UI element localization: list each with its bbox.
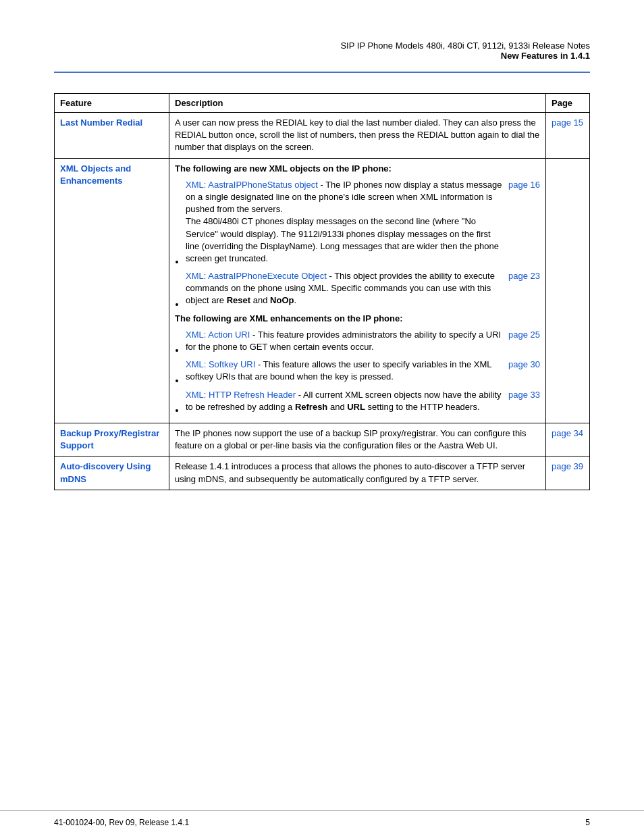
description-cell-xml: The following are new XML objects on the… [169, 158, 546, 423]
bullet-content: XML: Action URI - This feature provides … [186, 329, 503, 353]
feature-cell-auto-discovery: Auto-discovery Using mDNS [55, 457, 169, 490]
footer: 41-001024-00, Rev 09, Release 1.4.1 5 [0, 810, 644, 834]
xml-enhancements-list: XML: Action URI - This feature provides … [186, 329, 540, 413]
url-bold: URL [347, 402, 365, 412]
http-refresh-page-link[interactable]: page 33 [508, 390, 540, 400]
softkey-uri-link[interactable]: XML: Softkey URI [186, 359, 255, 369]
col-header-page: Page [546, 94, 590, 113]
bullet-content: XML: AastraIPPhoneExecute Object - This … [186, 270, 503, 307]
bullet-row: XML: AastraIPPhoneStatus object - The IP… [186, 179, 540, 265]
header: SIP IP Phone Models 480i, 480i CT, 9112i… [0, 0, 644, 68]
table-row: XML Objects and Enhancements The followi… [55, 158, 590, 423]
header-rule [54, 72, 590, 73]
http-refresh-body-mid: and [327, 402, 347, 412]
page-cell-xml [546, 158, 590, 423]
last-number-redial-page-link[interactable]: page 15 [552, 118, 583, 128]
xml-enhancements-heading: The following are XML enhancements on th… [175, 313, 540, 325]
feature-cell-xml: XML Objects and Enhancements [55, 158, 169, 423]
table-row: Auto-discovery Using mDNS Release 1.4.1 … [55, 457, 590, 490]
bullet-content: XML: HTTP Refresh Header - All current X… [186, 389, 503, 413]
execute-body-mid: and [250, 295, 270, 305]
bullet-page: page 16 [503, 179, 540, 265]
bullet-page: page 30 [503, 359, 540, 383]
list-item: XML: AastraIPPhoneStatus object - The IP… [186, 179, 540, 265]
bullet-content: XML: AastraIPPhoneStatus object - The IP… [186, 179, 503, 265]
aastra-ip-phone-status-link[interactable]: XML: AastraIPPhoneStatus object [186, 180, 318, 190]
description-cell-auto-discovery: Release 1.4.1 introduces a process that … [169, 457, 546, 490]
header-subtitle: New Features in 1.4.1 [54, 51, 590, 61]
http-refresh-body-end: setting to the HTTP headers. [365, 402, 480, 412]
last-number-redial-desc: A user can now press the REDIAL key to d… [175, 118, 539, 152]
description-cell-last-number-redial: A user can now press the REDIAL key to d… [169, 113, 546, 159]
table-row: Last Number Redial A user can now press … [55, 113, 590, 159]
auto-discovery-desc: Release 1.4.1 introduces a process that … [175, 461, 525, 484]
aastra-ip-phone-execute-link[interactable]: XML: AastraIPPhoneExecute Object [186, 271, 327, 281]
backup-proxy-link[interactable]: Backup Proxy/Registrar Support [60, 428, 159, 450]
softkey-uri-page-link[interactable]: page 30 [508, 359, 540, 369]
last-number-redial-link[interactable]: Last Number Redial [60, 118, 142, 128]
header-title: SIP IP Phone Models 480i, 480i CT, 9112i… [54, 41, 590, 51]
page-cell-backup-proxy: page 34 [546, 423, 590, 456]
list-item: XML: Softkey URI - This feature allows t… [186, 359, 540, 383]
refresh-bold: Refresh [295, 402, 327, 412]
xml-new-objects-list: XML: AastraIPPhoneStatus object - The IP… [186, 179, 540, 307]
aastra-ip-phone-status-page-link[interactable]: page 16 [508, 180, 540, 190]
description-cell-backup-proxy: The IP phones now support the use of a b… [169, 423, 546, 456]
bullet-row: XML: AastraIPPhoneExecute Object - This … [186, 270, 540, 307]
list-item: XML: AastraIPPhoneExecute Object - This … [186, 270, 540, 307]
bullet-page: page 33 [503, 389, 540, 413]
noop-bold: NoOp [270, 295, 294, 305]
action-uri-link[interactable]: XML: Action URI [186, 330, 250, 340]
bullet-row: XML: Action URI - This feature provides … [186, 329, 540, 353]
xml-new-objects-heading: The following are new XML objects on the… [175, 163, 540, 175]
content-area: Feature Description Page Last Number Red… [0, 86, 644, 810]
list-item: XML: HTTP Refresh Header - All current X… [186, 389, 540, 413]
bullet-content: XML: Softkey URI - This feature allows t… [186, 359, 503, 383]
footer-right: 5 [585, 818, 590, 827]
col-header-feature: Feature [55, 94, 169, 113]
feature-cell-backup-proxy: Backup Proxy/Registrar Support [55, 423, 169, 456]
bullet-table: XML: AastraIPPhoneExecute Object - This … [186, 270, 540, 307]
bullet-page: page 25 [503, 329, 540, 353]
feature-cell-last-number-redial: Last Number Redial [55, 113, 169, 159]
auto-discovery-page-link[interactable]: page 39 [552, 461, 583, 471]
list-item: XML: Action URI - This feature provides … [186, 329, 540, 353]
reset-bold: Reset [227, 295, 250, 305]
backup-proxy-desc: The IP phones now support the use of a b… [175, 428, 527, 450]
bullet-table: XML: HTTP Refresh Header - All current X… [186, 389, 540, 413]
bullet-table: XML: Action URI - This feature provides … [186, 329, 540, 353]
bullet-row: XML: Softkey URI - This feature allows t… [186, 359, 540, 383]
page-cell-auto-discovery: page 39 [546, 457, 590, 490]
bullet-table: XML: AastraIPPhoneStatus object - The IP… [186, 179, 540, 265]
aastra-ip-phone-execute-page-link[interactable]: page 23 [508, 271, 540, 281]
aastra-ip-phone-status-body: - The IP phones now display a status mes… [186, 180, 502, 263]
http-refresh-link[interactable]: XML: HTTP Refresh Header [186, 390, 296, 400]
bullet-table: XML: Softkey URI - This feature allows t… [186, 359, 540, 383]
bullet-row: XML: HTTP Refresh Header - All current X… [186, 389, 540, 413]
table-header-row: Feature Description Page [55, 94, 590, 113]
col-header-description: Description [169, 94, 546, 113]
footer-left: 41-001024-00, Rev 09, Release 1.4.1 [54, 818, 189, 827]
backup-proxy-page-link[interactable]: page 34 [552, 428, 583, 438]
page-cell-last-number-redial: page 15 [546, 113, 590, 159]
auto-discovery-link[interactable]: Auto-discovery Using mDNS [60, 461, 151, 484]
execute-body-end: . [294, 295, 296, 305]
bullet-page: page 23 [503, 270, 540, 307]
xml-enhancements-link[interactable]: XML Objects and Enhancements [60, 163, 131, 186]
table-row: Backup Proxy/Registrar Support The IP ph… [55, 423, 590, 456]
features-table: Feature Description Page Last Number Red… [54, 93, 590, 490]
action-uri-page-link[interactable]: page 25 [508, 330, 540, 340]
page: SIP IP Phone Models 480i, 480i CT, 9112i… [0, 0, 644, 834]
